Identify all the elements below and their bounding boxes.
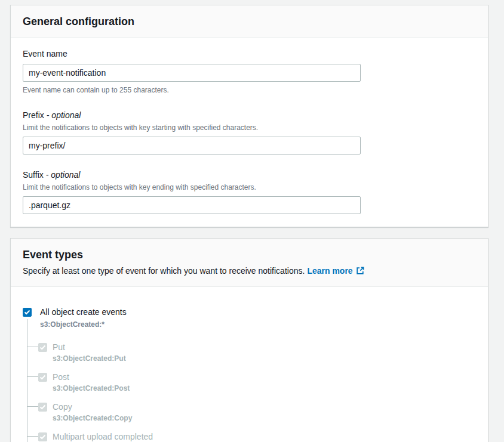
prefix-label: Prefix- optional [23,109,476,121]
all-object-create-events-row: All object create events [23,307,476,317]
prefix-optional-flag: - optional [47,110,81,120]
event-name-label: Event name [23,48,476,60]
suffix-optional-flag: - optional [46,170,81,180]
child-row: Copy [38,401,476,412]
event-type-child-multipart: Multipart upload completed s3:ObjectCrea… [38,431,476,442]
event-type-child-post: Post s3:ObjectCreated:Post [38,372,476,393]
child-row: Post [38,372,476,382]
child-row: Put [38,342,476,353]
event-type-child-put: Put s3:ObjectCreated:Put [38,342,476,363]
put-checkbox [38,343,47,352]
event-types-tree: All object create events s3:ObjectCreate… [23,307,476,442]
prefix-description: Limit the notifications to objects with … [23,123,476,132]
general-configuration-title: General configuration [23,14,476,29]
put-label: Put [53,342,65,353]
all-object-create-events-checkbox[interactable] [23,308,32,317]
learn-more-link[interactable]: Learn more [307,266,352,276]
event-name-group: Event name Event name can contain up to … [23,48,476,95]
post-code: s3:ObjectCreated:Post [53,384,476,393]
child-row: Multipart upload completed [38,431,476,442]
general-configuration-card: General configuration Event name Event n… [10,5,488,227]
suffix-label-text: Suffix [23,170,44,180]
post-checkbox [38,373,47,382]
suffix-group: Suffix- optional Limit the notifications… [23,169,476,214]
event-types-description-line: Specify at least one type of event for w… [23,265,476,278]
multipart-upload-label: Multipart upload completed [53,431,153,442]
copy-label: Copy [53,401,72,412]
event-types-header: Event types Specify at least one type of… [11,239,488,287]
all-object-create-events-label: All object create events [40,307,127,317]
copy-checkbox [38,403,47,412]
prefix-group: Prefix- optional Limit the notifications… [23,109,476,154]
event-type-child-copy: Copy s3:ObjectCreated:Copy [38,401,476,423]
event-name-input[interactable] [23,64,361,82]
multipart-upload-checkbox [38,432,47,441]
event-types-body: All object create events s3:ObjectCreate… [11,287,488,442]
put-code: s3:ObjectCreated:Put [53,354,476,363]
event-types-description: Specify at least one type of event for w… [23,266,305,276]
suffix-label: Suffix- optional [23,169,476,181]
general-configuration-body: Event name Event name can contain up to … [11,38,488,227]
general-configuration-header: General configuration [11,5,488,38]
page: General configuration Event name Event n… [0,0,504,442]
post-label: Post [53,372,69,382]
prefix-label-text: Prefix [23,110,44,120]
event-types-card: Event types Specify at least one type of… [10,238,488,442]
suffix-description: Limit the notifications to objects with … [23,183,476,192]
external-link-icon [356,267,364,277]
event-type-children: Put s3:ObjectCreated:Put Post s3:ObjectC… [23,342,476,442]
event-name-helper: Event name can contain up to 255 charact… [23,85,476,95]
all-object-create-events-code: s3:ObjectCreated:* [40,320,476,329]
copy-code: s3:ObjectCreated:Copy [53,413,476,423]
event-types-title: Event types [23,248,476,262]
suffix-input[interactable] [23,196,361,214]
prefix-input[interactable] [23,137,361,154]
